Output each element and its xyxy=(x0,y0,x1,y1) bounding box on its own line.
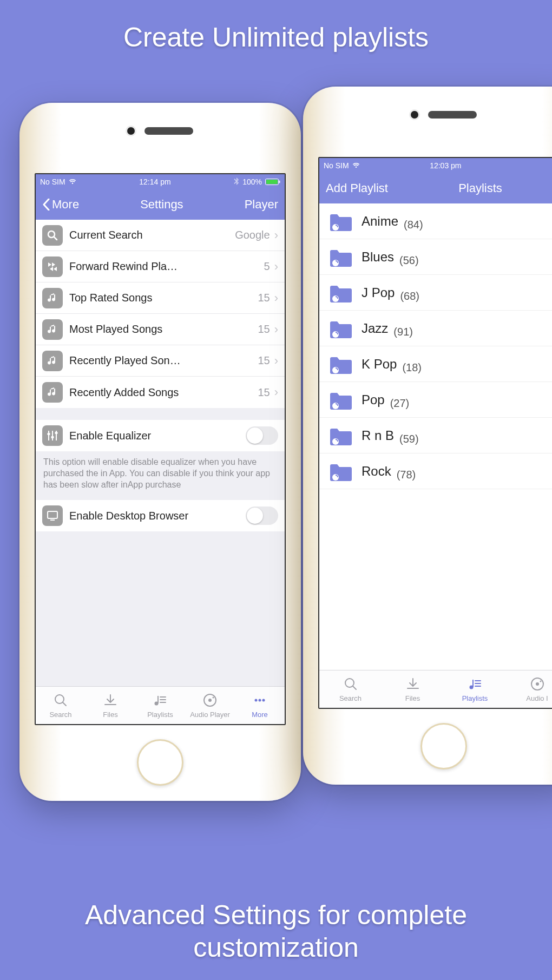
tab-audio[interactable]: Audio Player xyxy=(188,693,232,719)
desktop-browser-toggle-row[interactable]: Enable Desktop Browser xyxy=(36,500,285,531)
playlist-row-jazz[interactable]: Jazz(91) xyxy=(319,311,552,346)
folder-icon xyxy=(329,391,353,409)
playlist-row-r-n-b[interactable]: R n B(59) xyxy=(319,418,552,453)
bluetooth-icon xyxy=(234,177,239,187)
settings-row-value: 15 xyxy=(258,354,270,367)
settings-row-0[interactable]: Current SearchGoogle› xyxy=(36,220,285,251)
status-bar-right: No SIM 12:03 pm xyxy=(319,158,552,173)
nav-bar-playlists: Add Playlist Playlists xyxy=(319,173,552,203)
tab-playlists[interactable]: Playlists xyxy=(454,676,497,702)
add-playlist-label: Add Playlist xyxy=(326,181,388,195)
section-spacer xyxy=(36,408,285,420)
svg-point-13 xyxy=(213,696,214,698)
playlist-name: J Pop xyxy=(362,285,395,300)
tab-search[interactable]: Search xyxy=(329,676,372,702)
fwdrwd-icon xyxy=(42,256,63,277)
phone-earpiece xyxy=(19,127,301,135)
svg-point-12 xyxy=(208,699,212,702)
tab-search[interactable]: Search xyxy=(39,693,82,719)
carrier-label: No SIM xyxy=(324,161,349,170)
folder-icon xyxy=(329,248,353,266)
folder-icon xyxy=(329,213,353,230)
svg-rect-4 xyxy=(48,433,50,435)
settings-row-value: 5 xyxy=(264,260,270,273)
settings-row-label: Top Rated Songs xyxy=(69,292,253,304)
status-bar-left: No SIM 12:14 pm 100% xyxy=(36,174,285,189)
playlist-name: Blues xyxy=(362,249,394,265)
tab-label: Audio Player xyxy=(190,711,230,719)
tab-files[interactable]: Files xyxy=(89,693,132,719)
playlist-count: (56) xyxy=(399,254,419,274)
tab-playlists[interactable]: Playlists xyxy=(139,693,182,719)
promo-footer: Advanced Settings for completecustomizat… xyxy=(0,899,552,964)
playlist-row-pop[interactable]: Pop(27) xyxy=(319,382,552,418)
tab-files[interactable]: Files xyxy=(391,676,435,702)
phone-earpiece xyxy=(303,111,552,119)
desktop-icon xyxy=(42,505,63,526)
playlist-row-rock[interactable]: Rock(78) xyxy=(319,453,552,489)
back-button[interactable]: More xyxy=(42,198,79,212)
screen-playlists: No SIM 12:03 pm Add Playlist Playlists A… xyxy=(318,157,552,709)
status-time: 12:14 pm xyxy=(139,177,170,186)
playlist-name: Rock xyxy=(362,464,391,479)
settings-row-3[interactable]: Most Played Songs15› xyxy=(36,314,285,345)
camera-dot-icon xyxy=(411,111,418,119)
playlist-row-k-pop[interactable]: K Pop(18) xyxy=(319,346,552,382)
playlist-row-j-pop[interactable]: J Pop(68) xyxy=(319,275,552,311)
chevron-right-icon: › xyxy=(274,385,278,399)
playlist-count: (59) xyxy=(399,433,419,453)
earpiece-icon xyxy=(144,127,193,135)
tab-audio[interactable]: Audio I xyxy=(516,676,553,702)
settings-row-1[interactable]: Forward Rewind Pla…5› xyxy=(36,251,285,282)
equalizer-toggle-row[interactable]: Enable Equalizer xyxy=(36,420,285,451)
settings-row-value: 15 xyxy=(258,292,270,304)
phone-left: No SIM 12:14 pm 100% More Sett xyxy=(19,103,301,801)
svg-rect-5 xyxy=(51,436,54,438)
music-icon xyxy=(42,288,63,308)
wifi-icon xyxy=(69,177,76,186)
carrier-label: No SIM xyxy=(40,177,65,186)
folder-icon xyxy=(329,463,353,480)
playlist-row-blues[interactable]: Blues(56) xyxy=(319,239,552,275)
tab-label: Files xyxy=(103,711,117,719)
promo-title: Create Unlimited playlists xyxy=(0,22,552,53)
nav-bar-settings: More Settings Player xyxy=(36,189,285,220)
tab-bar-left: SearchFilesPlaylistsAudio PlayerMore xyxy=(36,686,285,724)
desktop-label: Enable Desktop Browser xyxy=(69,510,241,522)
tab-label: Search xyxy=(49,711,71,719)
home-button[interactable] xyxy=(420,723,467,769)
folder-icon xyxy=(329,284,353,301)
tab-label: Playlists xyxy=(462,694,488,702)
status-time: 12:03 pm xyxy=(430,161,461,170)
settings-row-5[interactable]: Recently Added Songs15› xyxy=(36,377,285,408)
tab-more[interactable]: More xyxy=(238,693,281,719)
playlists-tab-icon xyxy=(468,676,483,693)
battery-icon xyxy=(265,179,280,185)
add-playlist-button[interactable]: Add Playlist xyxy=(326,181,388,195)
back-label: More xyxy=(52,198,79,212)
playlist-name: R n B xyxy=(362,428,394,443)
playlist-name: Anime xyxy=(362,214,398,229)
tab-label: Audio I xyxy=(526,694,548,702)
music-icon xyxy=(42,319,63,340)
settings-row-value: Google xyxy=(235,229,270,241)
playlist-name: Jazz xyxy=(362,321,388,336)
files-tab-icon xyxy=(405,676,420,693)
home-button[interactable] xyxy=(137,739,183,786)
music-icon xyxy=(42,382,63,403)
playlist-count: (18) xyxy=(402,361,422,382)
phone-right: No SIM 12:03 pm Add Playlist Playlists A… xyxy=(303,87,552,785)
playlist-row-anime[interactable]: Anime(84) xyxy=(319,203,552,239)
tab-label: Playlists xyxy=(147,711,173,719)
settings-row-label: Recently Played Son… xyxy=(69,354,253,367)
settings-row-4[interactable]: Recently Played Son…15› xyxy=(36,345,285,377)
tab-bar-right: SearchFilesPlaylistsAudio I xyxy=(319,670,552,708)
svg-rect-8 xyxy=(50,519,55,521)
nav-title: Playlists xyxy=(442,181,502,195)
player-button[interactable]: Player xyxy=(245,198,278,212)
equalizer-toggle[interactable] xyxy=(246,426,278,445)
equalizer-label: Enable Equalizer xyxy=(69,430,241,442)
chevron-right-icon: › xyxy=(274,354,278,368)
settings-row-2[interactable]: Top Rated Songs15› xyxy=(36,282,285,314)
desktop-toggle[interactable] xyxy=(246,507,278,525)
